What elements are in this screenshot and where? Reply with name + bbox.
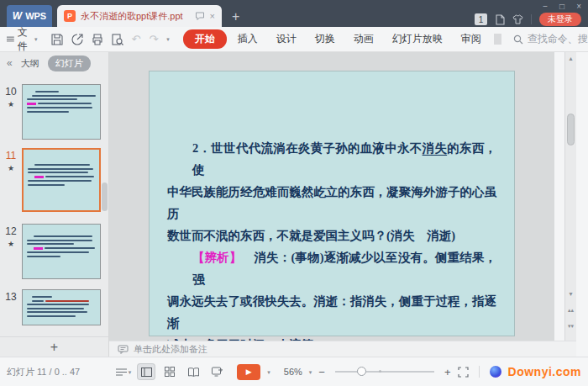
thumbnail-slide-12[interactable]: 12 ★ [0, 224, 101, 279]
fit-screen-button[interactable] [458, 367, 469, 378]
zoom-level[interactable]: 56% [284, 367, 302, 377]
login-button[interactable]: 未登录 [539, 13, 581, 26]
slide-thumbnail[interactable] [22, 289, 101, 325]
slide-sorter-view-button[interactable] [161, 364, 178, 379]
next-slide-button[interactable]: ▾▾ [565, 323, 576, 329]
new-tab-button[interactable]: + [232, 10, 239, 24]
print-preview-button[interactable] [112, 34, 123, 45]
sidebar-scrollbar[interactable] [102, 77, 108, 325]
titlebar-divider [531, 14, 532, 24]
slide-number: 13 [5, 291, 16, 303]
notes-icon [118, 345, 129, 354]
tab-slideshow[interactable]: 幻灯片放映 [385, 29, 450, 49]
redo-button[interactable]: ↷ [149, 34, 158, 45]
document-tab[interactable]: P 永不消逝的歌ppt课件.ppt × [57, 5, 222, 27]
minimize-button[interactable]: − [543, 2, 548, 12]
docer-icon[interactable] [495, 14, 505, 25]
scroll-down-icon[interactable]: ▾ [565, 290, 576, 299]
play-options-caret-icon[interactable]: ▾ [267, 369, 270, 375]
slide-line: 数世而不泯的东西，不就是爱国主义吗？(消失 消逝) [167, 225, 496, 246]
tab-outline[interactable]: 大纲 [21, 57, 39, 70]
wps-logo-icon: W [13, 10, 22, 22]
normal-view-button[interactable] [138, 364, 155, 379]
current-slide[interactable]: 2．世世代代流淌在炎黄子孙的血液中永不消失的东西，使 中华民族能历经危难而巍然屹… [150, 71, 514, 336]
zoom-slider[interactable] [335, 366, 434, 378]
scroll-up-icon[interactable]: ▴ [565, 55, 576, 63]
slide-line: 中华民族能历经危难而巍然屹立的东西，凝聚海外游子的心虽历 [167, 181, 496, 225]
slide-thumbnail[interactable] [22, 224, 101, 279]
transition-star-icon: ★ [8, 164, 14, 172]
document-count-badge[interactable]: 1 [475, 13, 487, 25]
analysis-label: 【辨析】 [192, 251, 242, 264]
thumbnail-slide-11[interactable]: 11 ★ [0, 148, 101, 212]
notes-toggle-button[interactable]: ▾ [116, 368, 132, 376]
notes-lines-icon [116, 368, 127, 376]
slide-number: 11 [6, 150, 16, 161]
wps-menu-button[interactable]: W WPS [7, 5, 52, 27]
underlined-word: 消失 [423, 141, 448, 155]
output-button[interactable] [71, 34, 83, 45]
watermark: Downyi.com [508, 365, 581, 378]
sidebar-scrollbar-thumb[interactable] [102, 182, 108, 211]
tab-home[interactable]: 开始 [183, 29, 227, 49]
reading-view-button[interactable] [185, 364, 202, 379]
slide-panel: « 大纲 幻灯片 10 ★ [0, 52, 109, 357]
zoom-slider-knob[interactable] [357, 367, 366, 376]
zoom-caret-icon[interactable]: ▾ [309, 369, 312, 375]
undo-button[interactable]: ↶ [132, 34, 141, 45]
ppt-file-icon: P [64, 10, 76, 22]
thumbnail-slide-10[interactable]: 10 ★ [0, 84, 101, 140]
quickbar-caret-icon[interactable]: ▾ [166, 36, 170, 42]
transition-star-icon: ★ [8, 240, 14, 248]
play-slideshow-button[interactable]: ▶ [237, 364, 260, 380]
hidden-tab-stub[interactable] [494, 34, 501, 45]
titlebar: W WPS P 永不消逝的歌ppt课件.ppt × + − □ × 1 [0, 0, 588, 27]
collapse-sidebar-icon[interactable]: « [7, 57, 13, 69]
slide-line: 【辨析】 消失：(事物)逐渐减少以至没有。侧重结果，强 [167, 246, 496, 290]
zoom-out-button[interactable]: − [318, 367, 325, 378]
maximize-button[interactable]: □ [559, 2, 564, 12]
document-title: 永不消逝的歌ppt课件.ppt [81, 10, 190, 23]
file-menu[interactable]: 文件 ▾ [7, 25, 38, 54]
tab-review[interactable]: 审阅 [454, 29, 489, 49]
slide-text-box[interactable]: 2．世世代代流淌在炎黄子孙的血液中永不消失的东西，使 中华民族能历经危难而巍然屹… [167, 137, 496, 356]
display-projection-button[interactable] [208, 364, 225, 379]
slide-indicator: 幻灯片 11 / 0 .. 47 [7, 366, 80, 378]
thumbnail-slide-13[interactable]: 13 [0, 289, 101, 325]
titlebar-right: − □ × 1 未登录 [475, 0, 588, 27]
tab-design[interactable]: 设计 [269, 29, 304, 49]
add-slide-button[interactable]: + [0, 336, 108, 357]
save-button[interactable] [51, 34, 63, 45]
tab-close-icon[interactable]: × [210, 12, 215, 21]
vertical-scrollbar[interactable]: ▴ ▾ ▴▴ ▾▾ [564, 52, 576, 341]
zoom-slider-track[interactable] [335, 371, 434, 373]
zoom-in-button[interactable]: + [444, 367, 451, 378]
scrollbar-thumb[interactable] [567, 114, 575, 145]
wps-label: WPS [25, 11, 46, 21]
slide-line: 调永远失去了或很快失去。消逝：指消失，侧重于过程，指逐渐 [167, 290, 496, 334]
command-search[interactable]: 查找命令、搜索模板 [513, 32, 588, 46]
status-divider [479, 366, 480, 378]
menu-icon [7, 35, 14, 43]
print-button[interactable] [92, 34, 103, 45]
tab-transition[interactable]: 切换 [307, 29, 343, 49]
slide-number: 12 [5, 225, 16, 237]
wps-presentation-window: W WPS P 永不消逝的歌ppt课件.ppt × + − □ × 1 [0, 0, 588, 386]
slide-thumbnail-selected[interactable] [22, 148, 101, 212]
skin-icon[interactable] [512, 14, 523, 24]
chevron-down-icon: ▾ [34, 36, 38, 42]
zoom-100-marker [379, 370, 381, 373]
slide-number: 10 [5, 86, 16, 98]
slide-canvas[interactable]: 2．世世代代流淌在炎黄子孙的血液中永不消失的东西，使 中华民族能历经危难而巍然屹… [109, 52, 554, 341]
tab-animation[interactable]: 动画 [346, 29, 381, 49]
tab-insert[interactable]: 插入 [230, 29, 265, 49]
notes-bar[interactable]: 单击此处添加备注 [109, 341, 576, 357]
comment-icon[interactable] [195, 12, 205, 21]
close-button[interactable]: × [576, 2, 581, 12]
slide-thumbnail[interactable] [22, 84, 101, 140]
theme-sphere-icon[interactable] [490, 366, 501, 378]
transition-star-icon: ★ [8, 100, 14, 108]
previous-slide-button[interactable]: ▴▴ [565, 307, 576, 313]
search-label: 查找命令、搜索模板 [528, 32, 588, 46]
tab-slides[interactable]: 幻灯片 [48, 56, 91, 71]
